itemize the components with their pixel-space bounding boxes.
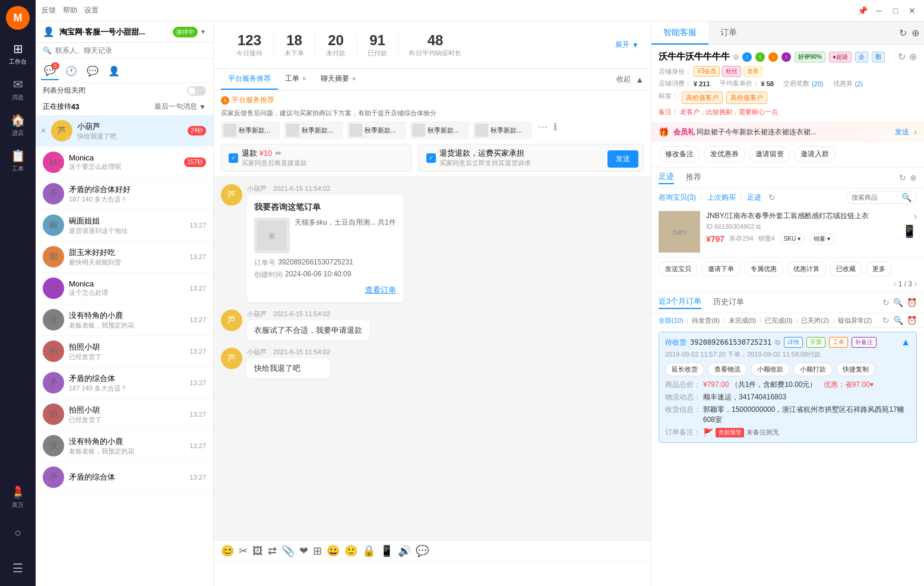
- prev-page-icon[interactable]: ‹: [894, 280, 896, 288]
- sidebar-item-order[interactable]: 📋 工单: [0, 143, 36, 178]
- contact-item[interactable]: 拍 拍照小胡 已经发货了 13:27: [36, 336, 213, 367]
- filter-closed[interactable]: 已关闭(2): [801, 316, 828, 325]
- rec-item[interactable]: 秋季新款...: [347, 121, 406, 139]
- filter-abnormal[interactable]: 疑似异常(2): [838, 316, 872, 325]
- more-actions-button[interactable]: 更多: [866, 262, 892, 276]
- tab-recent-orders[interactable]: 近3个月订单: [659, 296, 701, 309]
- chat-input[interactable]: [221, 566, 644, 586]
- expand-footprint-icon[interactable]: ⊕: [910, 173, 917, 182]
- rec-option-refund[interactable]: ✓ 退款 ¥10 ✏ 买家同意后将直接退款: [221, 144, 412, 172]
- tab-profile[interactable]: 👤: [105, 61, 124, 80]
- refresh-filter-icon[interactable]: ↻: [882, 316, 890, 325]
- tab-platform[interactable]: 平台服务推荐: [221, 69, 278, 90]
- copy-order-icon[interactable]: ⧉: [775, 338, 780, 346]
- contact-item[interactable]: 碗 碗面姐姐 退货请退到这个地址 13:27: [36, 210, 213, 241]
- grid-icon[interactable]: ⊞: [313, 544, 322, 557]
- collapse-label[interactable]: 收起: [616, 74, 631, 84]
- search-input[interactable]: [55, 46, 206, 55]
- discount-calc-button[interactable]: 优惠计算: [787, 262, 826, 276]
- tab-orders[interactable]: 订单: [708, 21, 749, 45]
- minimize-button[interactable]: ─: [873, 5, 885, 17]
- contact-item[interactable]: M Monica 这个要怎么处理呢 157秒: [36, 147, 213, 178]
- tab-pref-close-icon[interactable]: ✕: [352, 75, 356, 82]
- refresh-icon[interactable]: ↻: [899, 27, 907, 39]
- add-icon[interactable]: ⊕: [912, 27, 919, 39]
- contact-item[interactable]: 拍 拍照小胡 已经发货了 13:27: [36, 399, 213, 430]
- tab-order-close-icon[interactable]: ✕: [302, 75, 306, 82]
- invite-order-button[interactable]: 邀请下单: [701, 262, 741, 276]
- sidebar-item-workbench[interactable]: ⊞ 工作台: [0, 36, 36, 71]
- benefit-arrow-icon[interactable]: ›: [914, 127, 917, 137]
- check-logistics-btn[interactable]: 查看物流: [708, 363, 747, 376]
- filter-incomplete[interactable]: 未完成(0): [729, 316, 756, 325]
- filter-orders-icon[interactable]: ⏰: [907, 298, 917, 307]
- sidebar-item-beauty[interactable]: 💄 美万: [0, 479, 36, 515]
- time-filter-icon[interactable]: ⏰: [907, 316, 917, 325]
- rec-send-button[interactable]: 发送: [607, 150, 638, 168]
- contact-item[interactable]: 矛 矛盾的综合体 187 140 多大合适？ 13:27: [36, 367, 213, 399]
- chat2-icon[interactable]: 💬: [416, 544, 429, 557]
- tab-chat[interactable]: 💬 3: [40, 61, 59, 80]
- sidebar-item-circle[interactable]: ○: [0, 515, 36, 550]
- tab-footprint[interactable]: 足迹: [659, 171, 674, 184]
- speaker-icon[interactable]: 🔊: [398, 544, 411, 557]
- contact-item[interactable]: 矛 矛盾的综合体 13:27: [36, 462, 213, 493]
- benefit-send-link[interactable]: 发送: [895, 127, 909, 137]
- order-tag-work[interactable]: 工单: [829, 337, 848, 348]
- rec-option-return[interactable]: ✓ 退货退款，运费买家承担 买家同意后立即支持其退货诉求 发送: [419, 144, 644, 172]
- close-contact-icon[interactable]: ✕: [40, 127, 46, 135]
- next-page-icon[interactable]: ›: [914, 280, 917, 288]
- tab-recommend[interactable]: 推荐: [686, 172, 701, 184]
- tab-history-orders[interactable]: 历史订单: [713, 297, 744, 308]
- search-orders-icon[interactable]: 🔍: [893, 298, 903, 307]
- copy-id-icon[interactable]: ⧉: [756, 223, 761, 230]
- action-icon-1[interactable]: ↻: [898, 51, 906, 62]
- quick-copy-btn[interactable]: 快捷复制: [836, 363, 875, 376]
- tab-history[interactable]: 🕐: [62, 61, 81, 80]
- sales-dropdown[interactable]: 销量 ▾: [809, 233, 834, 245]
- sidebar-item-menu[interactable]: ☰: [0, 550, 36, 586]
- sku-dropdown[interactable]: SKU ▾: [780, 234, 805, 244]
- feedback-link[interactable]: 反馈: [42, 5, 56, 15]
- scissors-icon[interactable]: ✂: [239, 544, 248, 557]
- coupon-count[interactable]: (2): [855, 80, 863, 87]
- collapse-icon[interactable]: ▲: [635, 75, 644, 84]
- heart-icon[interactable]: ❤: [299, 544, 308, 557]
- rec-item[interactable]: 秋季新款...: [473, 121, 532, 139]
- expand-stats[interactable]: 展开 ▼: [615, 40, 639, 50]
- search-product-input[interactable]: [852, 194, 899, 201]
- pin-button[interactable]: 📌: [856, 5, 868, 17]
- rec-option-checkbox[interactable]: ✓: [426, 153, 436, 163]
- footprint-last-buy[interactable]: 上次购买: [707, 193, 736, 203]
- contact-item[interactable]: 没 没有特角的小鹿 老板老板，我预定的花 13:27: [36, 304, 213, 336]
- refresh-orders-icon[interactable]: ↻: [882, 298, 890, 307]
- lock-icon[interactable]: 🔒: [362, 544, 375, 557]
- phone-icon[interactable]: 📱: [380, 544, 393, 557]
- image-icon[interactable]: 🖼: [252, 545, 263, 557]
- small-receive-btn[interactable]: 小额收款: [751, 363, 790, 376]
- smile-icon[interactable]: 🙂: [344, 544, 357, 557]
- settings-link[interactable]: 设置: [84, 5, 99, 15]
- contact-item[interactable]: ✕ 芦 小葫芦 快给我退了吧 24秒: [36, 115, 213, 147]
- tab-contacts[interactable]: 💬: [83, 61, 102, 80]
- filter-pending[interactable]: 待发货(8): [692, 316, 719, 325]
- copy-icon[interactable]: ⧉: [733, 53, 739, 61]
- filter-complete[interactable]: 已完成(0): [765, 316, 792, 325]
- tab-order[interactable]: 工单 ✕: [278, 69, 314, 90]
- trade-count[interactable]: (20): [812, 80, 824, 87]
- order-tag-detail[interactable]: 详情: [784, 337, 803, 348]
- rec-item[interactable]: 秋季新款...: [284, 121, 343, 139]
- contact-item[interactable]: 甜 甜玉米好好吃 最快明天就能到货 13:27: [36, 241, 213, 273]
- maximize-button[interactable]: □: [890, 5, 901, 17]
- file-icon[interactable]: 📎: [281, 544, 295, 557]
- transfer-icon[interactable]: ⇄: [268, 544, 277, 557]
- refresh-mini-icon[interactable]: ↻: [768, 193, 776, 202]
- status-dropdown-icon[interactable]: ▼: [200, 29, 206, 35]
- view-order-link[interactable]: 查看订单: [254, 285, 396, 295]
- action-invite-info[interactable]: 邀请留资: [749, 146, 790, 162]
- tab-chat-pref[interactable]: 聊天摘要 ✕: [314, 69, 363, 90]
- mobile-send-icon[interactable]: 📱: [902, 224, 917, 238]
- sidebar-item-message[interactable]: ✉ 消息: [0, 71, 36, 107]
- rec-info-icon[interactable]: ℹ: [553, 121, 557, 139]
- contact-item[interactable]: 矛 矛盾的综合体好好 187 140 多大合适？: [36, 178, 213, 210]
